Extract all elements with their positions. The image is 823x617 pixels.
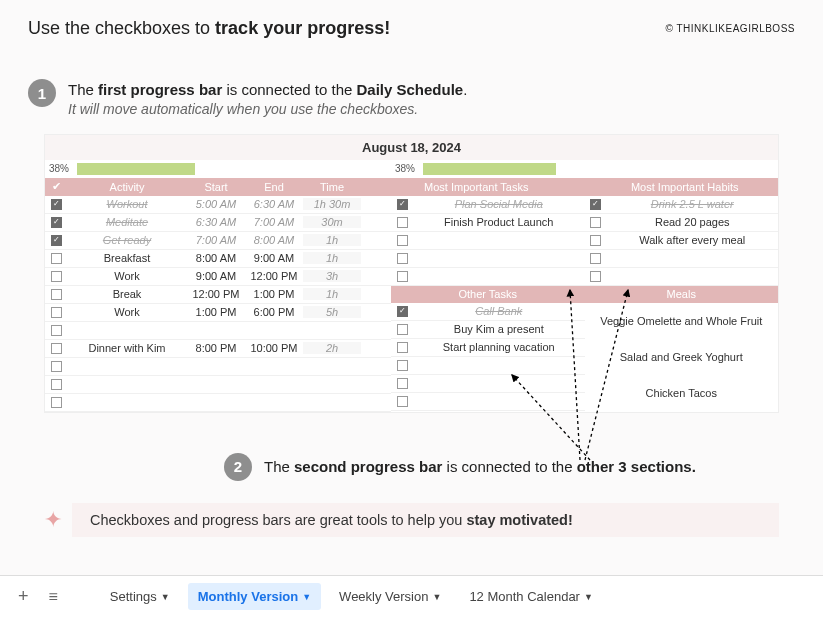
habit-row: Drink 2.5 L water <box>585 196 779 214</box>
checkbox[interactable] <box>51 217 62 228</box>
activity-cell: Get ready <box>67 234 187 246</box>
checkbox[interactable] <box>51 361 62 372</box>
checkbox[interactable] <box>51 343 62 354</box>
start-cell: 5:00 AM <box>187 198 245 210</box>
checkbox[interactable] <box>51 199 62 210</box>
checkbox[interactable] <box>51 289 62 300</box>
checkbox[interactable] <box>51 253 62 264</box>
tab-calendar[interactable]: 12 Month Calendar▼ <box>459 583 603 610</box>
schedule-row: Dinner with Kim 8:00 PM 10:00 PM 2h <box>45 340 391 358</box>
task-row: Plan Social Media <box>391 196 585 214</box>
meals-header: Meals <box>585 286 779 303</box>
checkbox[interactable] <box>51 307 62 318</box>
chevron-down-icon[interactable]: ▼ <box>432 592 441 602</box>
checkbox[interactable] <box>397 217 408 228</box>
item-text: Buy Kim a present <box>413 323 585 335</box>
all-sheets-button[interactable]: ≡ <box>43 588 64 606</box>
date-header: August 18, 2024 <box>45 135 778 160</box>
progress-1-pct: 38% <box>49 163 73 174</box>
checkbox[interactable] <box>397 306 408 317</box>
end-cell: 1:00 PM <box>245 288 303 300</box>
tab-settings[interactable]: Settings▼ <box>100 583 180 610</box>
habit-row <box>585 250 779 268</box>
end-cell: 9:00 AM <box>245 252 303 264</box>
item-text: Start planning vacation <box>413 341 585 353</box>
meal-item: Chicken Tacos <box>585 380 779 406</box>
checkbox[interactable] <box>397 235 408 246</box>
end-cell: 12:00 PM <box>245 270 303 282</box>
column-headers: ✔ Activity Start End Time Most Important… <box>45 178 778 196</box>
item-text: Finish Product Launch <box>413 216 585 228</box>
step-1-badge: 1 <box>28 79 56 107</box>
checkbox[interactable] <box>590 271 601 282</box>
tab-weekly[interactable]: Weekly Version▼ <box>329 583 451 610</box>
habit-row: Walk after every meal <box>585 232 779 250</box>
checkbox[interactable] <box>397 324 408 335</box>
schedule-row: Work 1:00 PM 6:00 PM 5h <box>45 304 391 322</box>
end-cell: 8:00 AM <box>245 234 303 246</box>
start-cell: 12:00 PM <box>187 288 245 300</box>
schedule-row: Work 9:00 AM 12:00 PM 3h <box>45 268 391 286</box>
start-cell: 8:00 AM <box>187 252 245 264</box>
task-row: Finish Product Launch <box>391 214 585 232</box>
other-row: Start planning vacation <box>391 339 585 357</box>
checkbox[interactable] <box>397 396 408 407</box>
checkbox[interactable] <box>397 360 408 371</box>
checkbox[interactable] <box>51 397 62 408</box>
checkbox[interactable] <box>590 253 601 264</box>
checkbox[interactable] <box>51 235 62 246</box>
other-row <box>391 393 585 411</box>
checkbox[interactable] <box>590 199 601 210</box>
other-tasks-header: Other Tasks <box>391 286 585 303</box>
progress-2-pct: 38% <box>395 163 419 174</box>
item-text: Plan Social Media <box>413 198 585 210</box>
checkbox[interactable] <box>51 379 62 390</box>
habit-row <box>585 268 779 286</box>
time-cell: 5h <box>303 306 361 318</box>
start-cell: 1:00 PM <box>187 306 245 318</box>
schedule-row: Break 12:00 PM 1:00 PM 1h <box>45 286 391 304</box>
progress-row: 38% 38% <box>45 160 778 178</box>
progress-bar-2 <box>423 163 774 175</box>
activity-cell: Dinner with Kim <box>67 342 187 354</box>
tab-monthly[interactable]: Monthly Version▼ <box>188 583 321 610</box>
item-text: Read 20 pages <box>607 216 779 228</box>
activity-cell: Break <box>67 288 187 300</box>
schedule-row: Get ready 7:00 AM 8:00 AM 1h <box>45 232 391 250</box>
time-cell: 3h <box>303 270 361 282</box>
time-cell: 1h <box>303 234 361 246</box>
end-cell: 6:00 PM <box>245 306 303 318</box>
add-sheet-button[interactable]: + <box>12 586 35 607</box>
checkbox[interactable] <box>590 235 601 246</box>
step-1: 1 The first progress bar is connected to… <box>0 79 823 120</box>
checkbox[interactable] <box>51 271 62 282</box>
chevron-down-icon[interactable]: ▼ <box>302 592 311 602</box>
checkbox[interactable] <box>397 253 408 264</box>
page-title: Use the checkboxes to track your progres… <box>28 18 390 39</box>
end-cell: 6:30 AM <box>245 198 303 210</box>
checkbox[interactable] <box>51 325 62 336</box>
chevron-down-icon[interactable]: ▼ <box>161 592 170 602</box>
meal-item: Salad and Greek Yoghurt <box>585 344 779 370</box>
schedule-row <box>45 322 391 340</box>
checkbox[interactable] <box>397 199 408 210</box>
task-row <box>391 232 585 250</box>
activity-cell: Workout <box>67 198 187 210</box>
checkbox[interactable] <box>397 342 408 353</box>
activity-cell: Work <box>67 306 187 318</box>
other-row: Buy Kim a present <box>391 321 585 339</box>
checkbox[interactable] <box>397 378 408 389</box>
activity-cell: Meditate <box>67 216 187 228</box>
start-cell: 6:30 AM <box>187 216 245 228</box>
checkbox[interactable] <box>590 217 601 228</box>
checkbox[interactable] <box>397 271 408 282</box>
chevron-down-icon[interactable]: ▼ <box>584 592 593 602</box>
copyright: © THINKLIKEAGIRLBOSS <box>666 23 795 34</box>
start-cell: 9:00 AM <box>187 270 245 282</box>
task-row <box>391 250 585 268</box>
item-text: Call Bank <box>413 305 585 317</box>
activity-cell: Breakfast <box>67 252 187 264</box>
meal-item: Veggie Omelette and Whole Fruit <box>585 308 779 334</box>
sparkle-icon: ✦ <box>44 507 62 533</box>
time-cell: 1h <box>303 252 361 264</box>
